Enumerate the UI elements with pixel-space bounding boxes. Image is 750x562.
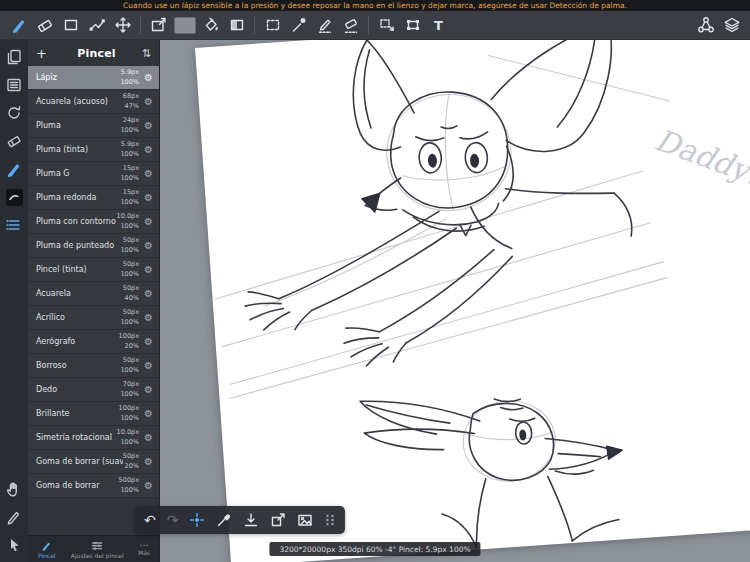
brush-size: 50px (123, 452, 139, 461)
image-button[interactable] (297, 512, 313, 528)
brush-item[interactable]: Pluma con contorno10.0px100%⚙ (28, 210, 159, 234)
brush-tool-button[interactable] (6, 13, 31, 37)
select-eraser-button[interactable] (338, 13, 363, 37)
tab-label: Pincel (38, 552, 56, 559)
brush-settings-gear-icon[interactable]: ⚙ (142, 264, 155, 275)
brush-item[interactable]: Acuarela (acuoso)68px47%⚙ (28, 90, 159, 114)
shape-tool-button[interactable] (58, 13, 83, 37)
brush-size: 15px (123, 164, 139, 173)
brush-item[interactable]: Pluma24px100%⚙ (28, 114, 159, 138)
brush-opacity: 100% (120, 150, 139, 159)
select-move-icon (378, 16, 396, 34)
toolbar-drag-handle[interactable] (324, 513, 336, 527)
brush-settings-gear-icon[interactable]: ⚙ (142, 432, 155, 443)
pointer-button[interactable] (4, 535, 24, 555)
select-rect-button[interactable] (260, 13, 285, 37)
brush-item[interactable]: Pincel (tinta)50px100%⚙ (28, 258, 159, 282)
select-move-button[interactable] (374, 13, 399, 37)
brush-item[interactable]: Goma de borrar (suave)50px20%⚙ (28, 450, 159, 474)
export-button[interactable] (270, 512, 286, 528)
brush-settings-gear-icon[interactable]: ⚙ (142, 216, 155, 227)
select-pen-button[interactable] (312, 13, 337, 37)
brush-item[interactable]: Borroso50px100%⚙ (28, 354, 159, 378)
brush-settings-gear-icon[interactable]: ⚙ (142, 480, 155, 491)
sort-brushes-icon[interactable]: ⇅ (135, 47, 151, 60)
brush-settings-gear-icon[interactable]: ⚙ (142, 192, 155, 203)
team-share-button[interactable] (693, 13, 718, 37)
layers-panel-button[interactable] (719, 13, 744, 37)
stylus-button[interactable] (4, 507, 24, 527)
brush-item[interactable]: Pluma de punteado50px100%⚙ (28, 234, 159, 258)
eraser-icon (5, 132, 23, 150)
transform-tool-button[interactable] (400, 13, 425, 37)
undo-button[interactable]: ↶ (144, 513, 156, 527)
brush-settings-gear-icon[interactable]: ⚙ (142, 288, 155, 299)
brush-settings-gear-icon[interactable]: ⚙ (142, 336, 155, 347)
brush-settings-gear-icon[interactable]: ⚙ (142, 408, 155, 419)
download-button[interactable] (243, 512, 259, 528)
brush-item[interactable]: Acrílico50px100%⚙ (28, 306, 159, 330)
canvas-edit-button[interactable] (146, 13, 171, 37)
brush-item[interactable]: Goma de borrar500px100%⚙ (28, 474, 159, 498)
brush-item[interactable]: Dedo70px100%⚙ (28, 378, 159, 402)
eraser-tool-button[interactable] (32, 13, 57, 37)
brush-settings-gear-icon[interactable]: ⚙ (142, 96, 155, 107)
brush-opacity: 20% (125, 462, 139, 471)
eyedropper-icon (216, 512, 232, 528)
toolbar-divider (254, 16, 255, 34)
brush-item[interactable]: Pluma (tinta)5.9px100%⚙ (28, 138, 159, 162)
strip-brush-button[interactable] (4, 159, 24, 179)
brush-panel-toggle-button[interactable] (4, 215, 24, 235)
move-tool-button[interactable] (110, 13, 135, 37)
brush-item[interactable]: Pluma redonda15px100%⚙ (28, 186, 159, 210)
brush-settings-gear-icon[interactable]: ⚙ (142, 168, 155, 179)
brush-settings-gear-icon[interactable]: ⚙ (142, 360, 155, 371)
brush-settings-gear-icon[interactable]: ⚙ (142, 240, 155, 251)
brush-settings-gear-icon[interactable]: ⚙ (142, 312, 155, 323)
brush-name: Pincel (tinta) (36, 265, 120, 274)
brush-item[interactable]: Aerógrafo100px20%⚙ (28, 330, 159, 354)
gradient-tool-button[interactable] (224, 13, 249, 37)
fill-tool-button[interactable] (198, 13, 223, 37)
brush-values: 50px20% (123, 452, 139, 471)
brush-item[interactable]: Brillante100px100%⚙ (28, 402, 159, 426)
brush-settings-gear-icon[interactable]: ⚙ (142, 144, 155, 155)
brush-settings-gear-icon[interactable]: ⚙ (142, 120, 155, 131)
tab-mas[interactable]: ⋯ Más (129, 536, 159, 562)
brush-crosshair-button[interactable] (189, 512, 205, 528)
panel-title: Pincel (58, 47, 135, 60)
redo-button[interactable]: ↷ (167, 513, 179, 527)
eyedropper-button[interactable] (216, 512, 232, 528)
add-brush-button[interactable]: + (36, 46, 58, 61)
rotate-view-button[interactable] (4, 103, 24, 123)
canvas-sheet[interactable]: Daddy! (195, 40, 750, 562)
pages-icon (5, 48, 23, 66)
brush-item[interactable]: Acuarela50px40%⚙ (28, 282, 159, 306)
tab-pincel[interactable]: Pincel (28, 536, 65, 562)
foreground-color-swatch (174, 17, 196, 34)
hand-pan-button[interactable] (4, 479, 24, 499)
strip-eraser-button[interactable] (4, 131, 24, 151)
brush-item[interactable]: Pluma G15px100%⚙ (28, 162, 159, 186)
magic-wand-button[interactable] (286, 13, 311, 37)
brush-values: 15px100% (120, 164, 139, 183)
brush-values: 10.0px100% (117, 428, 139, 447)
color-picker-button[interactable] (4, 187, 24, 207)
canvas-area[interactable]: Daddy! (160, 40, 750, 562)
brush-name: Pluma G (36, 169, 120, 178)
tab-ajustes-del-pincel[interactable]: Ajustes del pincel (65, 536, 129, 562)
brush-values: 24px100% (120, 116, 139, 135)
brush-item[interactable]: Lápiz5.9px100%⚙ (28, 66, 159, 90)
text-tool-button[interactable]: T (426, 13, 451, 37)
pages-button[interactable] (4, 47, 24, 67)
rectangle-icon (62, 16, 80, 34)
polyline-tool-button[interactable] (84, 13, 109, 37)
select-pen-icon (316, 16, 334, 34)
brush-item[interactable]: Simetría rotacional10.0px100%⚙ (28, 426, 159, 450)
canvas-list-button[interactable] (4, 75, 24, 95)
brush-settings-gear-icon[interactable]: ⚙ (142, 384, 155, 395)
foreground-color-button[interactable] (172, 13, 197, 37)
brush-name: Lápiz (36, 73, 120, 82)
brush-settings-gear-icon[interactable]: ⚙ (142, 72, 155, 83)
brush-settings-gear-icon[interactable]: ⚙ (142, 456, 155, 467)
